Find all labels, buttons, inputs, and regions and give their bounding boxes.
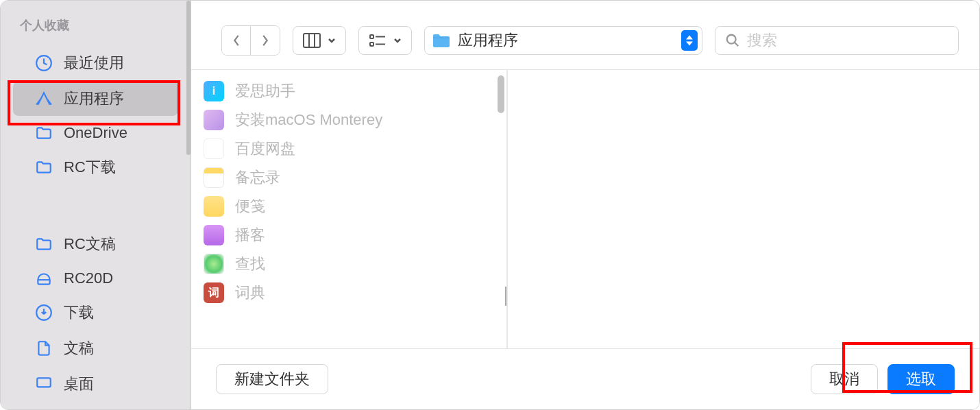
app-icon <box>204 254 224 274</box>
sidebar-item-applications[interactable]: 应用程序 <box>13 82 178 116</box>
file-label: 便笺 <box>235 196 265 217</box>
app-icon <box>204 196 224 217</box>
file-item[interactable]: 播客 <box>191 221 506 250</box>
main-panel: 应用程序 i爱思助手安装macOS Monterey百度网盘备忘录便笺播客查找词… <box>191 1 979 409</box>
svg-line-12 <box>735 43 739 47</box>
sidebar-item-rc-downloads[interactable]: RC下载 <box>13 150 178 184</box>
sidebar-item-label: 最近使用 <box>64 53 124 73</box>
apps-icon <box>35 90 53 108</box>
download-icon <box>35 304 53 322</box>
app-icon <box>204 225 224 245</box>
app-icon <box>204 110 224 130</box>
chevron-down-icon <box>328 38 336 43</box>
sidebar-item-label: 下载 <box>64 302 94 323</box>
select-button[interactable]: 选取 <box>887 364 955 394</box>
sidebar-item-label: 文稿 <box>64 338 94 359</box>
group-icon <box>369 33 387 48</box>
search-icon <box>725 33 740 48</box>
svg-point-11 <box>727 35 736 44</box>
file-item[interactable]: 安装macOS Monterey <box>191 106 506 134</box>
sidebar: 个人收藏 最近使用 应用程序 OneDrive RC下载 <box>1 1 191 409</box>
chevron-right-icon <box>260 34 270 47</box>
svg-rect-9 <box>370 43 373 46</box>
preview-column <box>508 70 979 348</box>
file-label: 查找 <box>235 254 265 274</box>
search-input[interactable] <box>747 32 948 49</box>
file-item[interactable]: 查找 <box>191 250 506 278</box>
file-label: 词典 <box>235 282 265 303</box>
columns-icon <box>303 33 321 48</box>
sidebar-section-favorites: 个人收藏 <box>1 14 191 45</box>
file-label: 备忘录 <box>235 167 280 188</box>
sidebar-item-rc20d[interactable]: RC20D <box>13 263 178 294</box>
app-icon: 词 <box>204 282 224 303</box>
sidebar-item-label: RC20D <box>64 269 113 287</box>
folder-icon <box>432 32 451 49</box>
sidebar-item-rc-documents[interactable]: RC文稿 <box>13 227 178 261</box>
column-divider[interactable] <box>506 70 508 348</box>
file-item[interactable]: 百度网盘 <box>191 134 506 163</box>
content-area: i爱思助手安装macOS Monterey百度网盘备忘录便笺播客查找词词典 <box>191 69 979 349</box>
folder-icon <box>35 124 53 142</box>
location-dropdown[interactable]: 应用程序 <box>424 26 702 55</box>
chevron-left-icon <box>232 34 241 47</box>
file-item[interactable]: 便笺 <box>191 192 506 221</box>
sidebar-item-label: RC下载 <box>64 157 116 178</box>
file-label: 安装macOS Monterey <box>235 110 382 130</box>
location-label: 应用程序 <box>458 30 674 51</box>
file-label: 播客 <box>235 225 265 245</box>
file-item[interactable]: 备忘录 <box>191 163 506 192</box>
back-button[interactable] <box>222 26 251 55</box>
sidebar-item-onedrive[interactable]: OneDrive <box>13 117 178 149</box>
toolbar: 应用程序 <box>191 1 979 69</box>
desktop-icon <box>35 375 53 393</box>
sidebar-item-documents[interactable]: 文稿 <box>13 331 178 365</box>
view-mode-columns-button[interactable] <box>293 26 346 55</box>
forward-button[interactable] <box>251 26 280 55</box>
cancel-button[interactable]: 取消 <box>811 364 878 394</box>
disk-icon <box>35 269 53 287</box>
file-item[interactable]: 词词典 <box>191 278 506 307</box>
search-field-container <box>715 26 959 55</box>
svg-rect-7 <box>370 35 373 38</box>
sidebar-item-desktop[interactable]: 桌面 <box>13 367 178 401</box>
bottom-bar: 新建文件夹 取消 选取 <box>191 349 979 409</box>
chevron-down-icon <box>393 38 402 43</box>
sidebar-item-label: RC文稿 <box>64 234 116 254</box>
drag-handle-icon <box>505 287 510 306</box>
sidebar-item-downloads[interactable]: 下载 <box>13 296 178 330</box>
file-column[interactable]: i爱思助手安装macOS Monterey百度网盘备忘录便笺播客查找词词典 <box>191 70 506 348</box>
folder-icon <box>35 235 53 253</box>
document-icon <box>35 339 53 357</box>
group-mode-button[interactable] <box>358 26 412 55</box>
updown-arrows-icon <box>681 30 698 51</box>
sidebar-item-label: 应用程序 <box>64 88 124 109</box>
app-icon: i <box>204 81 224 101</box>
folder-icon <box>35 158 53 176</box>
svg-rect-4 <box>304 34 320 47</box>
nav-group <box>221 25 280 56</box>
file-label: 爱思助手 <box>235 81 295 101</box>
sidebar-item-recents[interactable]: 最近使用 <box>13 46 178 80</box>
app-icon <box>204 138 224 159</box>
svg-rect-3 <box>37 378 51 387</box>
file-item[interactable]: i爱思助手 <box>191 77 506 106</box>
sidebar-item-label: OneDrive <box>64 124 127 142</box>
sidebar-item-label: 桌面 <box>64 374 94 394</box>
new-folder-button[interactable]: 新建文件夹 <box>216 364 328 394</box>
file-label: 百度网盘 <box>235 138 295 159</box>
app-icon <box>204 167 224 188</box>
clock-icon <box>35 54 53 72</box>
